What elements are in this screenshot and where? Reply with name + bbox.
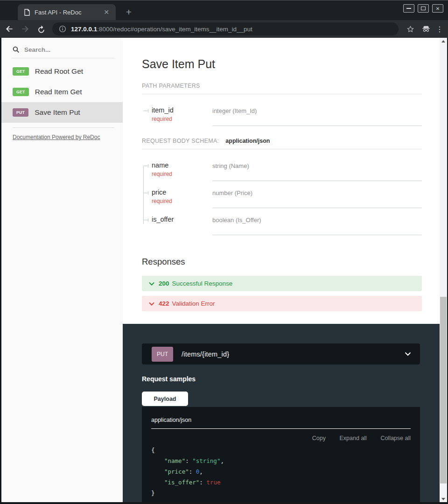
required-flag: required: [152, 171, 212, 177]
field-name: is_offer: [152, 216, 212, 223]
field-row-price: price required number (Price): [142, 189, 422, 208]
method-badge: GET: [13, 88, 29, 96]
code-key: "price": [164, 468, 189, 475]
request-samples-heading: Request samples: [142, 375, 420, 383]
new-tab-button[interactable]: +: [122, 6, 135, 19]
site-info-icon[interactable]: [59, 25, 66, 33]
sidebar-item-read-root-get[interactable]: GET Read Root Get: [1, 61, 123, 82]
code-actions: Copy Expand all Collapse all: [151, 435, 411, 441]
scroll-down-button[interactable]: [440, 496, 447, 502]
schema-content-type: application/json: [225, 138, 270, 144]
tree-tick-icon: [143, 111, 148, 111]
field-type: number (Price): [212, 189, 422, 208]
chevron-down-icon: [149, 302, 154, 306]
required-flag: required: [152, 116, 212, 122]
scrollbar-thumb[interactable]: [440, 297, 447, 483]
param-name: item_id: [152, 106, 212, 114]
back-button[interactable]: [3, 22, 16, 35]
search-input[interactable]: [24, 46, 104, 53]
forward-button[interactable]: [19, 22, 32, 35]
sidebar-item-read-item-get[interactable]: GET Read Item Get: [1, 82, 123, 102]
window-controls: ✕: [403, 4, 443, 13]
code-key: "name": [164, 457, 185, 464]
copy-button[interactable]: Copy: [312, 435, 326, 441]
browser-window: Fast API - ReDoc ✕ + ✕ 127.0.0.1:8000/re…: [0, 0, 448, 504]
tab-bar: Fast API - ReDoc ✕ + ✕: [0, 1, 448, 20]
tab-title: Fast API - ReDoc: [35, 9, 102, 16]
code-sample-panel: application/json Copy Expand all Collaps…: [142, 407, 420, 502]
content-type-label: application/json: [151, 417, 411, 429]
response-200[interactable]: 200 Successful Response: [142, 276, 422, 291]
field-name-cell: price required: [142, 189, 212, 208]
browser-toolbar: 127.0.0.1:8000/redoc#operation/save_item…: [0, 20, 448, 38]
json-code-sample: { "name": "string", "price": 0, "is_offe…: [151, 445, 411, 498]
sidebar-item-save-item-put[interactable]: PUT Save Item Put: [1, 102, 123, 123]
field-name-cell: name required: [142, 161, 212, 181]
collapse-all-button[interactable]: Collapse all: [380, 435, 411, 441]
chevron-down-icon: [149, 282, 154, 286]
sidebar-item-label: Save Item Put: [35, 108, 80, 117]
code-open-brace: {: [151, 447, 155, 454]
minimize-button[interactable]: [403, 4, 414, 13]
field-name: price: [152, 189, 212, 196]
tree-tick-icon: [143, 220, 148, 220]
maximize-button[interactable]: [418, 4, 429, 13]
browser-tab[interactable]: Fast API - ReDoc ✕: [18, 4, 116, 20]
request-body-schema-heading: REQUEST BODY SCHEMA:application/json: [142, 138, 422, 149]
param-type: integer (Item_Id): [212, 106, 422, 126]
field-row-name: name required string (Name): [142, 161, 422, 181]
body-schema-table: name required string (Name) price requir…: [142, 161, 422, 235]
tab-close-icon[interactable]: ✕: [102, 8, 111, 16]
response-422[interactable]: 422 Validation Error: [142, 296, 422, 311]
code-close-brace: }: [151, 490, 155, 497]
schema-label: REQUEST BODY SCHEMA:: [142, 138, 219, 144]
url-bar[interactable]: 127.0.0.1:8000/redoc#operation/save_item…: [52, 22, 399, 35]
param-name-cell: item_id required: [142, 106, 212, 126]
response-code: 200: [159, 280, 169, 287]
search-box[interactable]: [12, 42, 114, 58]
endpoint-dropdown[interactable]: PUT /items/{item_id}: [142, 343, 420, 364]
sidebar: GET Read Root Get GET Read Item Get PUT …: [1, 38, 123, 502]
operation-doc: Save Item Put PATH PARAMETERS item_id re…: [123, 38, 440, 324]
url-text: 127.0.0.1:8000/redoc#operation/save_item…: [71, 26, 252, 33]
url-host: 127.0.0.1: [71, 26, 97, 33]
field-name: name: [152, 161, 212, 169]
url-path: :8000/redoc#operation/save_item_items__i…: [97, 26, 252, 33]
scrollbar[interactable]: [440, 38, 447, 502]
method-badge: PUT: [152, 347, 173, 362]
page-content: GET Read Root Get GET Read Item Get PUT …: [1, 38, 447, 502]
samples-panel: PUT /items/{item_id} Request samples Pay…: [123, 324, 440, 502]
field-row-is-offer: is_offer boolean (Is_Offer): [142, 216, 422, 235]
redoc-powered-link[interactable]: Documentation Powered by ReDoc: [13, 134, 100, 140]
response-label: Validation Error: [172, 300, 215, 307]
bookmark-star-icon[interactable]: [404, 23, 416, 35]
sidebar-divider: [13, 127, 114, 128]
code-boolean-value: true: [206, 479, 220, 486]
page-favicon-icon: [24, 9, 30, 16]
reload-button[interactable]: [35, 22, 48, 35]
page-title: Save Item Put: [142, 57, 422, 71]
sidebar-menu: GET Read Root Get GET Read Item Get PUT …: [1, 61, 123, 123]
scroll-up-button[interactable]: [440, 38, 447, 44]
required-flag: required: [152, 198, 212, 204]
chevron-down-icon: [405, 352, 411, 356]
response-label: Successful Response: [172, 280, 233, 287]
close-button[interactable]: ✕: [432, 4, 443, 13]
path-parameters-table: item_id required integer (Item_Id): [142, 106, 422, 126]
expand-all-button[interactable]: Expand all: [340, 435, 367, 441]
tab-payload[interactable]: Payload: [142, 392, 188, 406]
sidebar-item-label: Read Item Get: [35, 88, 82, 96]
tree-tick-icon: [143, 193, 148, 193]
browser-menu-icon[interactable]: ⋮: [436, 25, 443, 34]
param-row-item-id: item_id required integer (Item_Id): [142, 106, 422, 126]
field-type: string (Name): [212, 161, 422, 181]
search-icon: [13, 46, 20, 53]
field-name-cell: is_offer: [142, 216, 212, 235]
code-key: "is_offer": [164, 479, 199, 486]
code-string-value: "string": [192, 457, 220, 464]
response-code: 422: [159, 300, 169, 307]
path-parameters-heading: PATH PARAMETERS: [142, 83, 422, 94]
endpoint-path: /items/{item_id}: [182, 350, 405, 358]
field-type: boolean (Is_Offer): [212, 216, 422, 235]
sidebar-item-label: Read Root Get: [35, 67, 83, 76]
